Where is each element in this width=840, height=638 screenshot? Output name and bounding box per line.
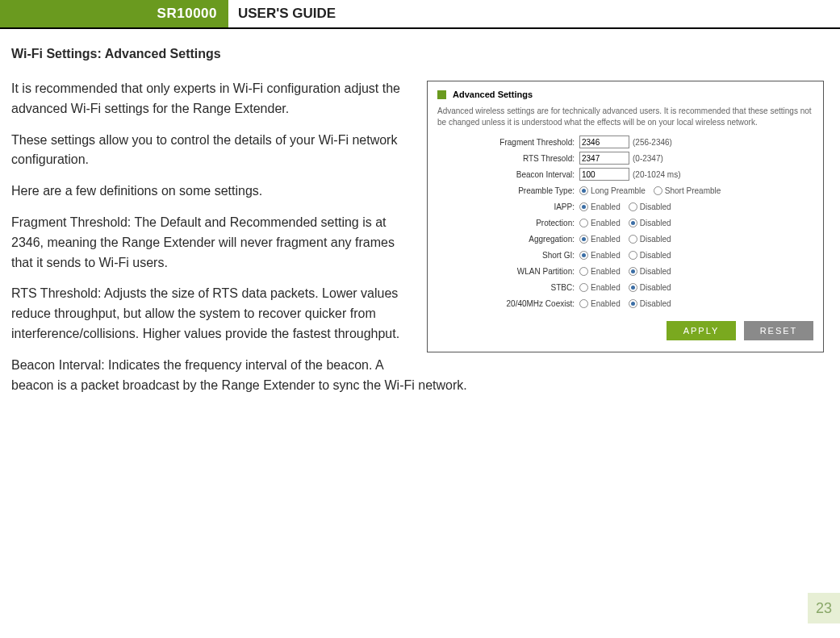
aggregation-label: Aggregation: — [437, 235, 579, 244]
short-gi-disabled-radio[interactable]: Disabled — [629, 251, 671, 260]
radio-icon — [579, 235, 588, 244]
radio-icon — [629, 235, 637, 244]
radio-icon — [629, 299, 637, 308]
settings-table: Fragment Threshold: (256-2346) RTS Thres… — [437, 136, 813, 310]
stbc-row: STBC: Enabled Disabled — [437, 281, 813, 294]
radio-icon — [629, 202, 637, 211]
fragment-threshold-row: Fragment Threshold: (256-2346) — [437, 136, 813, 148]
iapp-row: IAPP: Enabled Disabled — [437, 200, 813, 213]
panel-description: Advanced wireless settings are for techn… — [437, 106, 813, 127]
preamble-short-radio[interactable]: Short Preamble — [654, 186, 721, 195]
apply-button[interactable]: APPLY — [667, 321, 736, 340]
iapp-disabled-radio[interactable]: Disabled — [629, 202, 671, 211]
panel-title: Advanced Settings — [453, 90, 533, 99]
preamble-type-label: Preamble Type: — [437, 186, 579, 195]
paragraph-6: Beacon Interval: Indicates the frequency… — [11, 356, 829, 396]
panel-header: Advanced Settings — [437, 90, 813, 99]
aggregation-disabled-radio[interactable]: Disabled — [629, 235, 671, 244]
advanced-settings-panel: Advanced Settings Advanced wireless sett… — [427, 81, 824, 352]
preamble-type-row: Preamble Type: Long Preamble Short Pream… — [437, 184, 813, 197]
radio-icon — [579, 267, 588, 276]
beacon-interval-label: Beacon Interval: — [437, 170, 579, 179]
short-gi-enabled-radio[interactable]: Enabled — [579, 251, 621, 260]
rts-threshold-row: RTS Thresold: (0-2347) — [437, 152, 813, 165]
coexist-row: 20/40MHz Coexist: Enabled Disabled — [437, 297, 813, 310]
header-model: SR10000 — [0, 0, 228, 27]
panel-marker-icon — [437, 90, 446, 99]
beacon-interval-hint: (20-1024 ms) — [633, 170, 680, 179]
rts-threshold-hint: (0-2347) — [633, 154, 663, 163]
wlan-partition-label: WLAN Partition: — [437, 267, 579, 276]
rts-threshold-label: RTS Thresold: — [437, 154, 579, 163]
header-guide: USER'S GUIDE — [228, 0, 345, 27]
page-number: 23 — [808, 593, 840, 623]
page-content: Wi-Fi Settings: Advanced Settings Advanc… — [0, 29, 840, 407]
protection-label: Protection: — [437, 219, 579, 227]
protection-enabled-radio[interactable]: Enabled — [579, 219, 621, 227]
radio-icon — [579, 283, 588, 292]
radio-icon — [579, 299, 588, 308]
fragment-threshold-label: Fragment Threshold: — [437, 138, 579, 147]
radio-icon — [654, 186, 662, 195]
radio-icon — [629, 219, 637, 227]
radio-icon — [629, 267, 637, 276]
reset-button[interactable]: RESET — [744, 321, 813, 340]
beacon-interval-input[interactable] — [579, 168, 629, 181]
coexist-label: 20/40MHz Coexist: — [437, 299, 579, 308]
protection-row: Protection: Enabled Disabled — [437, 216, 813, 229]
short-gi-label: Short GI: — [437, 251, 579, 260]
iapp-enabled-radio[interactable]: Enabled — [579, 202, 621, 211]
protection-disabled-radio[interactable]: Disabled — [629, 219, 671, 227]
coexist-enabled-radio[interactable]: Enabled — [579, 299, 621, 308]
radio-icon — [579, 202, 588, 211]
radio-icon — [579, 219, 588, 227]
stbc-disabled-radio[interactable]: Disabled — [629, 283, 671, 292]
panel-button-row: APPLY RESET — [437, 321, 813, 340]
coexist-disabled-radio[interactable]: Disabled — [629, 299, 671, 308]
aggregation-row: Aggregation: Enabled Disabled — [437, 232, 813, 245]
iapp-label: IAPP: — [437, 202, 579, 211]
stbc-enabled-radio[interactable]: Enabled — [579, 283, 621, 292]
page-header: SR10000 USER'S GUIDE — [0, 0, 840, 29]
short-gi-row: Short GI: Enabled Disabled — [437, 248, 813, 261]
beacon-interval-row: Beacon Interval: (20-1024 ms) — [437, 168, 813, 181]
fragment-threshold-input[interactable] — [579, 136, 629, 148]
wlan-partition-row: WLAN Partition: Enabled Disabled — [437, 265, 813, 277]
section-title: Wi-Fi Settings: Advanced Settings — [11, 47, 829, 61]
preamble-long-radio[interactable]: Long Preamble — [579, 186, 646, 195]
wlan-enabled-radio[interactable]: Enabled — [579, 267, 621, 276]
aggregation-enabled-radio[interactable]: Enabled — [579, 235, 621, 244]
stbc-label: STBC: — [437, 283, 579, 292]
rts-threshold-input[interactable] — [579, 152, 629, 165]
fragment-threshold-hint: (256-2346) — [633, 138, 672, 147]
radio-icon — [579, 186, 588, 195]
radio-icon — [629, 283, 637, 292]
wlan-disabled-radio[interactable]: Disabled — [629, 267, 671, 276]
radio-icon — [579, 251, 588, 260]
radio-icon — [629, 251, 637, 260]
